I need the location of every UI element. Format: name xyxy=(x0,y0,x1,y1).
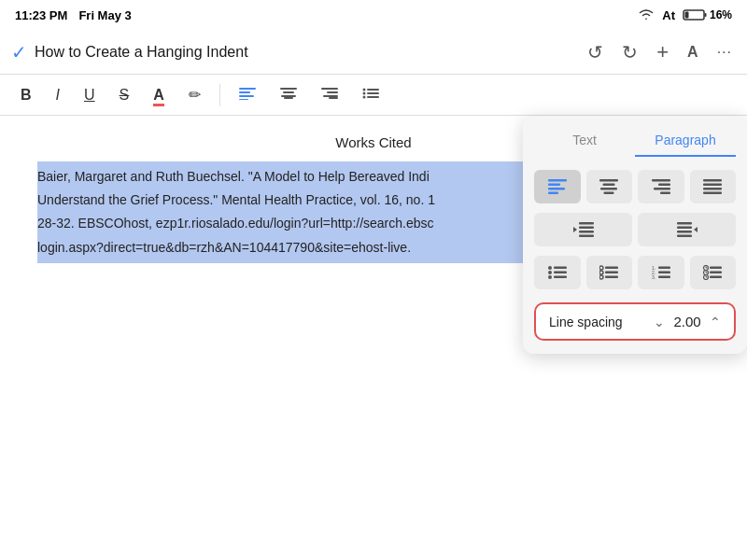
more-button[interactable]: ··· xyxy=(713,40,736,64)
svg-rect-1 xyxy=(704,13,706,17)
wifi-icon xyxy=(638,7,655,23)
svg-rect-37 xyxy=(579,222,594,225)
svg-rect-2 xyxy=(684,12,688,19)
svg-rect-20 xyxy=(367,96,379,98)
svg-point-57 xyxy=(599,275,603,279)
tab-paragraph[interactable]: Paragraph xyxy=(635,125,736,157)
ordered-list-button[interactable]: 1. 2. 3. xyxy=(638,256,684,289)
status-left: 11:23 PM Fri May 3 xyxy=(15,8,132,22)
list-grid: 1. 2. 3. xyxy=(534,256,736,289)
svg-rect-12 xyxy=(327,91,338,93)
svg-rect-5 xyxy=(239,95,254,97)
svg-rect-28 xyxy=(604,192,614,195)
text-format-button[interactable]: A xyxy=(684,40,702,64)
svg-rect-42 xyxy=(677,222,692,225)
svg-point-17 xyxy=(362,91,365,94)
svg-rect-40 xyxy=(579,235,594,238)
format-bar: B I U S A ✏ xyxy=(0,75,747,116)
format-separator xyxy=(219,84,220,106)
svg-rect-43 xyxy=(677,227,692,230)
svg-rect-10 xyxy=(284,97,293,99)
svg-rect-36 xyxy=(703,192,722,195)
svg-rect-4 xyxy=(239,91,250,93)
svg-rect-58 xyxy=(605,276,618,279)
svg-point-55 xyxy=(599,271,603,274)
svg-rect-31 xyxy=(654,188,670,190)
align-center-button[interactable] xyxy=(275,83,303,107)
line-spacing-controls: ⌄ 2.00 ⌃ xyxy=(654,314,721,329)
svg-rect-24 xyxy=(548,192,558,195)
toolbar-right: ↺ ↻ + A ··· xyxy=(584,36,736,68)
at-label: At xyxy=(662,8,675,22)
panel-tabs: Text Paragraph xyxy=(523,116,747,157)
svg-point-47 xyxy=(548,266,552,270)
line-spacing-increase-button[interactable]: ⌃ xyxy=(710,315,721,329)
align-left-button[interactable] xyxy=(233,83,261,107)
status-right: At 16% xyxy=(638,7,732,23)
svg-rect-21 xyxy=(548,179,567,182)
font-color-button[interactable]: A xyxy=(148,83,170,107)
status-bar: 11:23 PM Fri May 3 At 16% xyxy=(0,0,747,30)
line-spacing-decrease-button[interactable]: ⌄ xyxy=(654,315,665,329)
unordered-list-clock-button[interactable] xyxy=(586,256,633,289)
svg-rect-48 xyxy=(554,267,567,270)
svg-text:3.: 3. xyxy=(652,274,655,280)
battery-icon: 16% xyxy=(683,8,732,21)
indent-decrease-button[interactable] xyxy=(534,213,632,246)
svg-rect-26 xyxy=(603,184,615,187)
undo-button[interactable]: ↺ xyxy=(584,37,607,67)
svg-rect-72 xyxy=(710,272,722,274)
toolbar-left: ✓ How to Create a Hanging Indent xyxy=(11,41,578,63)
svg-rect-38 xyxy=(579,227,594,230)
main-toolbar: ✓ How to Create a Hanging Indent ↺ ↻ + A… xyxy=(0,30,747,75)
checkmark-icon[interactable]: ✓ xyxy=(11,41,27,63)
svg-rect-16 xyxy=(367,89,379,91)
svg-rect-52 xyxy=(554,276,567,279)
tab-text[interactable]: Text xyxy=(534,125,635,157)
align-center-panel-button[interactable] xyxy=(586,170,633,203)
alignment-grid xyxy=(534,170,736,203)
svg-rect-35 xyxy=(703,188,722,190)
ordered-list-clock-button[interactable] xyxy=(690,256,737,289)
highlight-button[interactable]: ✏ xyxy=(183,82,206,107)
svg-rect-9 xyxy=(281,95,296,97)
svg-rect-8 xyxy=(283,91,294,93)
underline-button[interactable]: U xyxy=(78,83,101,107)
date-display: Fri May 3 xyxy=(78,8,131,22)
svg-rect-32 xyxy=(660,192,670,195)
line-spacing-label: Line spacing xyxy=(549,315,654,329)
align-right-button[interactable] xyxy=(316,83,344,107)
svg-marker-46 xyxy=(694,227,698,232)
align-left-panel-button[interactable] xyxy=(534,170,581,203)
svg-point-19 xyxy=(362,95,365,98)
unordered-list-button[interactable] xyxy=(534,256,581,289)
svg-rect-64 xyxy=(658,276,670,279)
svg-rect-76 xyxy=(710,276,722,279)
svg-rect-3 xyxy=(239,88,256,90)
strikethrough-button[interactable]: S xyxy=(114,83,135,107)
line-spacing-control: Line spacing ⌄ 2.00 ⌃ xyxy=(534,302,736,341)
time-display: 11:23 PM xyxy=(15,8,67,22)
svg-point-49 xyxy=(548,271,552,274)
align-right-panel-button[interactable] xyxy=(638,170,684,203)
svg-rect-14 xyxy=(329,97,338,99)
italic-button[interactable]: I xyxy=(50,83,65,107)
bold-button[interactable]: B xyxy=(15,83,37,107)
svg-rect-44 xyxy=(677,231,692,233)
line-spacing-value: 2.00 xyxy=(670,314,704,329)
svg-rect-39 xyxy=(579,231,594,233)
add-button[interactable]: + xyxy=(653,36,672,68)
svg-rect-34 xyxy=(703,184,722,187)
svg-point-51 xyxy=(548,275,552,279)
indent-increase-button[interactable] xyxy=(638,213,736,246)
align-justify-panel-button[interactable] xyxy=(690,170,737,203)
svg-rect-60 xyxy=(658,267,670,270)
svg-point-15 xyxy=(362,88,365,91)
svg-marker-41 xyxy=(573,227,577,232)
list-button[interactable] xyxy=(357,83,385,107)
svg-point-53 xyxy=(599,266,603,270)
svg-rect-45 xyxy=(677,235,692,238)
svg-rect-22 xyxy=(548,184,560,187)
redo-button[interactable]: ↻ xyxy=(618,37,641,67)
svg-rect-68 xyxy=(710,267,722,270)
